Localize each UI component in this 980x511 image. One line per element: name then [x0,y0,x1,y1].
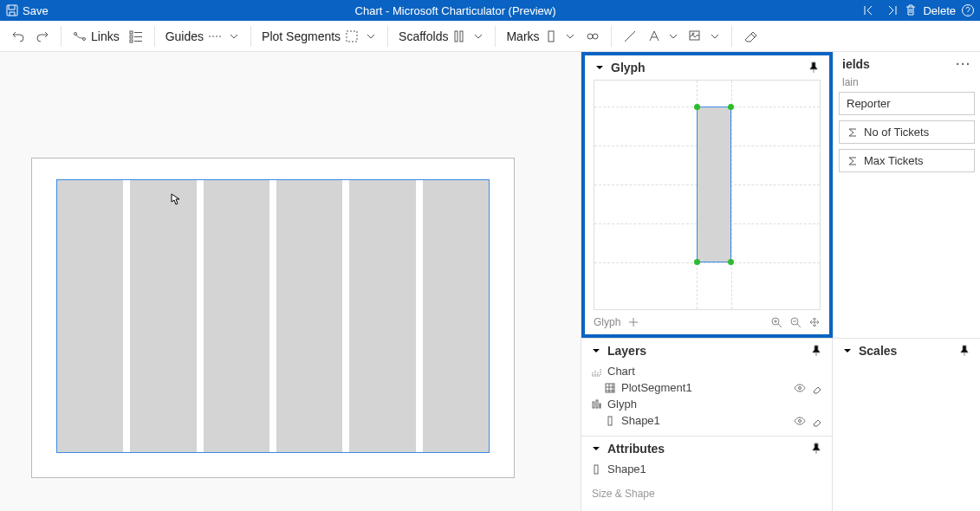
trash-icon[interactable] [904,3,918,17]
glyph-footer: Glyph [585,310,829,334]
chart-canvas-outer[interactable] [31,158,515,478]
glyph-bar[interactable] [57,180,123,452]
svg-rect-7 [347,31,357,42]
field-item-reporter[interactable]: Reporter [839,92,975,115]
help-icon[interactable] [961,3,975,17]
separator [61,26,62,47]
layer-chart[interactable]: Chart [590,363,823,379]
pan-icon[interactable] [808,316,821,328]
undo-button[interactable] [9,21,28,51]
layer-glyph[interactable]: Glyph [590,396,823,412]
pin-icon[interactable] [957,344,971,358]
scales-panel-header[interactable]: Scales [833,339,980,363]
zoom-in-icon[interactable] [770,316,782,328]
fields-panel: ields ··· lain Reporter No of Tickets Ma… [833,52,980,338]
field-label: No of Tickets [864,126,929,139]
glyph-footer-label: Glyph [594,316,620,328]
redo-button[interactable] [33,21,52,51]
separator [495,26,496,47]
glyph-bar[interactable] [276,180,342,452]
legend-tool[interactable] [127,21,146,51]
icon-tool[interactable] [686,21,723,51]
eye-icon[interactable] [794,382,806,394]
glyph-bar[interactable] [204,180,269,452]
collapse-left-icon[interactable] [862,3,878,18]
svg-rect-9 [460,31,463,42]
zoom-out-icon[interactable] [789,316,802,328]
chart-canvas-wrap [0,52,581,511]
scales-panel: Scales [833,339,980,511]
marks-label: Marks [506,29,539,43]
fields-panel-header[interactable]: ields ··· [834,52,980,76]
field-item-no-of-tickets[interactable]: No of Tickets [839,120,975,144]
panels-row-bottom: Layers Chart PlotSegment1 [581,338,980,511]
attributes-panel: Attributes Shape1 Size & Shape [581,436,832,507]
fields-panel-title: ields [842,57,870,71]
resize-handle[interactable] [694,259,700,265]
text-tool[interactable] [645,21,681,51]
resize-handle[interactable] [728,104,734,110]
glyph-editor[interactable] [594,80,821,310]
pin-icon[interactable] [809,442,823,456]
marks-tool[interactable]: Marks [504,21,577,51]
delete-label: Delete [923,4,956,17]
links-tool[interactable]: Links [70,21,121,51]
mark-rect-icon [543,29,559,44]
field-label: Max Tickets [864,154,924,167]
layer-label: PlotSegment1 [621,381,692,394]
attributes-section-label: Size & Shape [581,484,832,507]
glyph-bar[interactable] [349,180,415,452]
eraser-tool[interactable] [741,21,760,51]
chevron-down-icon [472,30,484,42]
line-icon [622,29,638,44]
resize-handle[interactable] [728,259,734,265]
save-button[interactable]: Save [5,3,49,17]
symbol-tool[interactable] [583,21,602,51]
pin-icon[interactable] [807,61,821,74]
redo-icon [35,29,50,44]
glyph-shape[interactable] [697,107,731,262]
separator [611,26,612,47]
layers-panel-header[interactable]: Layers [581,339,832,363]
svg-point-14 [692,33,694,35]
attributes-item-shape1[interactable]: Shape1 [590,461,823,477]
toolbar: Links Guides Plot Segments Scaffolds Mar… [0,21,980,52]
more-options-icon[interactable]: ··· [956,57,971,71]
eye-icon[interactable] [794,415,806,427]
attributes-panel-header[interactable]: Attributes [581,437,832,461]
save-label: Save [23,4,49,17]
undo-icon [10,29,26,44]
svg-rect-21 [600,404,600,408]
svg-rect-10 [548,31,554,42]
text-icon [646,29,662,44]
panels-row-top: Glyph [581,52,980,338]
line-tool[interactable] [620,21,639,51]
add-glyph-icon[interactable] [627,316,639,328]
delete-button[interactable]: Delete [923,4,956,17]
attributes-item-label: Shape1 [607,462,646,475]
glyph-bar[interactable] [130,180,196,452]
eraser-icon[interactable] [811,382,823,394]
attributes-panel-title: Attributes [607,442,665,456]
glyph-panel-header[interactable]: Glyph [585,55,829,80]
plot-segments-tool[interactable]: Plot Segments [260,21,379,51]
layer-plotsegment1[interactable]: PlotSegment1 [590,379,823,396]
field-item-max-tickets[interactable]: Max Tickets [839,149,975,172]
svg-point-12 [593,34,598,39]
expand-right-icon[interactable] [883,3,899,18]
eraser-icon [743,29,758,44]
glyph-bar[interactable] [423,180,489,452]
svg-rect-4 [130,31,133,34]
shape-rect-icon [590,463,602,475]
layer-shape1[interactable]: Shape1 [590,412,823,429]
layer-label: Glyph [607,398,637,411]
resize-handle[interactable] [694,104,700,110]
guide-line-icon [207,29,223,44]
eraser-icon[interactable] [811,415,823,427]
scaffolds-label: Scaffolds [399,29,448,43]
pin-icon[interactable] [809,344,823,358]
guides-tool[interactable]: Guides [164,21,242,51]
plot-segment-region[interactable] [56,179,490,453]
svg-rect-24 [594,465,598,474]
scaffolds-tool[interactable]: Scaffolds [397,21,486,51]
